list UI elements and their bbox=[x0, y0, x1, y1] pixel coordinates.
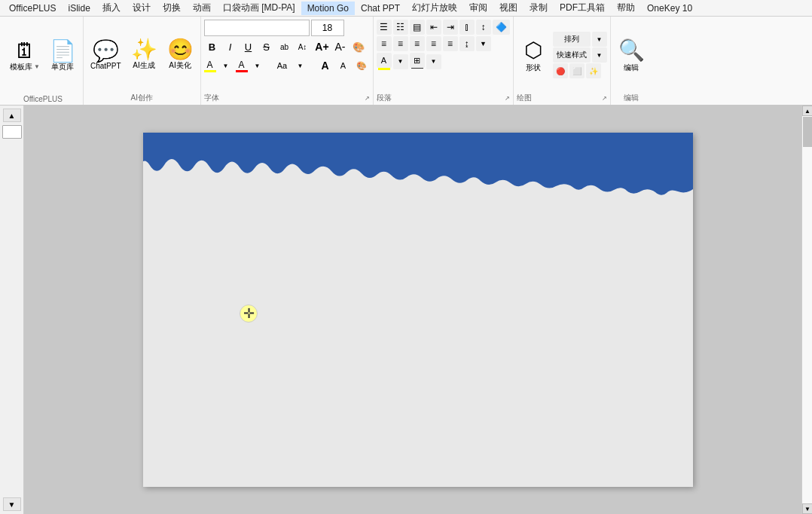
draw-row1: 排列 ▼ bbox=[553, 32, 607, 47]
shape-fill-btn[interactable]: 🔴 bbox=[553, 63, 568, 78]
slide-thumb-1[interactable] bbox=[2, 125, 22, 139]
slide-canvas[interactable]: ✛ bbox=[143, 133, 693, 487]
align-justify-btn[interactable]: ≡ bbox=[426, 36, 441, 51]
draw-group-expand[interactable]: ↗ bbox=[602, 95, 607, 102]
quick-style-btn[interactable]: 快速样式 bbox=[553, 47, 591, 63]
chatppt-btn[interactable]: 💬 ChatPPT bbox=[87, 38, 125, 72]
menu-pocket-anim[interactable]: 口袋动画 [MD-PA] bbox=[217, 0, 301, 16]
font-row2: B I U S ab A↕ A+ A- 🎨 bbox=[204, 38, 367, 55]
menu-onekey[interactable]: OneKey 10 bbox=[641, 2, 698, 15]
ai-gen-btn[interactable]: ✨ AI生成 bbox=[127, 37, 161, 73]
quick-style-dropdown-btn[interactable]: ▼ bbox=[592, 47, 607, 63]
strikethrough-btn[interactable]: S bbox=[258, 38, 275, 55]
font-color-dropdown-btn[interactable]: ▼ bbox=[249, 57, 266, 74]
new-slide-icon: 🗓 bbox=[14, 41, 35, 62]
case-btn[interactable]: A↕ bbox=[295, 38, 311, 55]
move-cursor: ✛ bbox=[240, 304, 258, 323]
arrange-dropdown-btn[interactable]: ▼ bbox=[592, 32, 607, 47]
scroll-down-btn[interactable]: ▼ bbox=[802, 503, 812, 514]
single-page-btn[interactable]: 📄 单页库 bbox=[46, 38, 80, 75]
chatppt-icon: 💬 bbox=[93, 41, 119, 62]
char-spacing-btn[interactable]: ab bbox=[276, 38, 293, 55]
align-center-btn[interactable]: ≡ bbox=[393, 36, 408, 51]
group-font-top: B I U S ab A↕ A+ A- 🎨 A bbox=[204, 20, 370, 90]
line-spacing-btn[interactable]: ↨ bbox=[459, 36, 475, 51]
font-size-decrease-btn[interactable]: A- bbox=[332, 38, 349, 55]
list-number-btn[interactable]: ☷ bbox=[393, 20, 408, 35]
chatppt-label: ChatPPT bbox=[90, 62, 121, 70]
columns-btn[interactable]: ⫿ bbox=[459, 20, 475, 35]
menu-insert[interactable]: 插入 bbox=[96, 0, 127, 16]
highlight-dropdown-btn[interactable]: ▼ bbox=[218, 57, 234, 74]
group-para-label: 段落 ↗ bbox=[377, 90, 510, 105]
new-slide-btn[interactable]: 🗓 模板库 ▼ bbox=[6, 38, 44, 75]
text-dir-btn[interactable]: ↕ bbox=[476, 20, 491, 35]
group-drawing: ⬡ 形状 排列 ▼ 快速样式 ▼ 🔴 ⬜ ✨ bbox=[514, 17, 611, 105]
font-increase2-btn[interactable]: A bbox=[317, 57, 334, 74]
font-row3: A ▼ A ▼ Aa ▼ A A 🎨 bbox=[204, 57, 370, 74]
para-row1: ☰ ☷ ▤ ⇤ ⇥ ⫿ ↕ 🔷 bbox=[377, 20, 510, 35]
shape-effect-btn[interactable]: ✨ bbox=[586, 63, 601, 78]
edit-search-btn[interactable]: 🔍 编辑 bbox=[615, 35, 649, 75]
shading-dropdown-btn[interactable]: ▼ bbox=[393, 54, 408, 69]
menu-slideshow[interactable]: 幻灯片放映 bbox=[406, 0, 463, 16]
group-font: B I U S ab A↕ A+ A- 🎨 A bbox=[201, 17, 374, 105]
font-decrease2-btn[interactable]: A bbox=[335, 57, 352, 74]
para-more-btn[interactable]: ▼ bbox=[476, 36, 491, 51]
align-left-btn[interactable]: ≡ bbox=[377, 36, 392, 51]
group-edit-top: 🔍 编辑 bbox=[614, 20, 649, 90]
menu-bar: OfficePLUS iSlide 插入 设计 切换 动画 口袋动画 [MD-P… bbox=[0, 0, 812, 17]
clear-format-btn[interactable]: 🎨 bbox=[350, 38, 367, 55]
font-color-group[interactable]: A bbox=[236, 60, 248, 72]
para-group-expand[interactable]: ↗ bbox=[505, 95, 510, 102]
menu-view[interactable]: 视图 bbox=[493, 0, 524, 16]
smartart-btn[interactable]: 🔷 bbox=[493, 20, 510, 35]
font-size-display-btn[interactable]: Aa bbox=[274, 57, 291, 74]
menu-pdf-tools[interactable]: PDF工具箱 bbox=[554, 0, 611, 16]
single-page-label: 单页库 bbox=[51, 62, 74, 72]
indent-increase-btn[interactable]: ⇥ bbox=[443, 20, 458, 35]
italic-btn[interactable]: I bbox=[222, 38, 239, 55]
menu-review[interactable]: 审阅 bbox=[463, 0, 493, 16]
font-name-input[interactable] bbox=[204, 20, 310, 36]
menu-officeplus[interactable]: OfficePLUS bbox=[3, 2, 62, 15]
scroll-up-btn[interactable]: ▲ bbox=[802, 106, 812, 116]
canvas-area: ✛ ▲ ▼ bbox=[24, 106, 812, 514]
align-right-btn[interactable]: ≡ bbox=[410, 36, 425, 51]
menu-chatppt[interactable]: Chat PPT bbox=[355, 2, 406, 15]
shape-btn[interactable]: ⬡ 形状 bbox=[517, 35, 550, 75]
font-dropdown-btn[interactable]: ▼ bbox=[292, 57, 309, 74]
scroll-thumb[interactable] bbox=[803, 117, 812, 147]
new-slide-label: 模板库 bbox=[10, 62, 32, 72]
shape-outline-btn[interactable]: ⬜ bbox=[569, 63, 585, 78]
ai-beauty-btn[interactable]: 😊 AI美化 bbox=[163, 37, 197, 73]
menu-design[interactable]: 设计 bbox=[127, 0, 157, 16]
border-dropdown-btn[interactable]: ▼ bbox=[426, 54, 441, 69]
list-bullet-btn[interactable]: ☰ bbox=[377, 20, 392, 35]
menu-islide[interactable]: iSlide bbox=[62, 2, 96, 15]
arrange-btn[interactable]: 排列 bbox=[553, 32, 591, 47]
menu-animation[interactable]: 动画 bbox=[187, 0, 217, 16]
group-draw-label: 绘图 ↗ bbox=[517, 90, 607, 105]
highlight-color-group[interactable]: A bbox=[204, 60, 216, 72]
bold-btn[interactable]: B bbox=[204, 38, 221, 55]
shading-btn[interactable]: A bbox=[377, 53, 392, 68]
font-group-expand[interactable]: ↗ bbox=[365, 95, 370, 102]
indent-decrease-btn[interactable]: ⇤ bbox=[426, 20, 441, 35]
font-size-input[interactable] bbox=[311, 20, 344, 36]
menu-record[interactable]: 录制 bbox=[524, 0, 554, 16]
align-distribute-btn[interactable]: ≡ bbox=[443, 36, 458, 51]
menu-help[interactable]: 帮助 bbox=[611, 0, 641, 16]
group-edit-label: 编辑 bbox=[614, 90, 649, 105]
list-multi-btn[interactable]: ▤ bbox=[410, 20, 425, 35]
menu-transition[interactable]: 切换 bbox=[157, 0, 187, 16]
font-size-increase-btn[interactable]: A+ bbox=[314, 38, 331, 55]
border-btn[interactable]: ⊞ bbox=[410, 53, 425, 68]
font-color2-btn[interactable]: 🎨 bbox=[353, 57, 370, 74]
ribbon-content: 🗓 模板库 ▼ 📄 单页库 OfficePLUS � bbox=[0, 17, 812, 105]
slide-down-btn[interactable]: ▼ bbox=[3, 497, 21, 511]
menu-motion-go[interactable]: Motion Go bbox=[301, 2, 355, 15]
slide-up-btn[interactable]: ▲ bbox=[3, 109, 21, 122]
underline-btn[interactable]: U bbox=[240, 38, 257, 55]
ai-gen-label: AI生成 bbox=[133, 60, 154, 71]
